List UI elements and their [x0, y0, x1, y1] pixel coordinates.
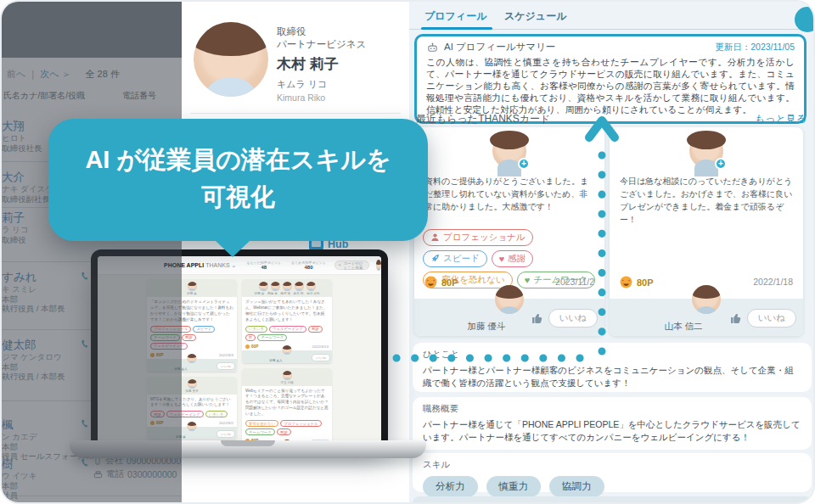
points-value: 80P	[424, 276, 458, 288]
mini-sender-avatars	[244, 282, 330, 291]
mini-thanks-card: 伊藤 葵 高橋 蓮 植村 琳 鈴木 和 渡辺 大翔ダッシュ揃いがとてもきれいでし…	[242, 279, 332, 363]
mini-tag: いきいき	[205, 411, 228, 417]
tab-bar: プロフィール スケジュール	[409, 2, 815, 30]
like-controls: いいね	[730, 309, 796, 328]
points-value: 80P	[620, 276, 654, 288]
add-contact-badge[interactable]: +	[715, 158, 727, 170]
mini-avatar	[306, 282, 316, 291]
banner-tail	[215, 240, 250, 257]
mini-message: ダッシュ揃いがとてもきれいでした！みなさん、Webinarにご参加いただきました…	[242, 297, 332, 326]
next-section-edge	[413, 496, 812, 504]
heart-eyes-emoji	[620, 276, 632, 288]
mini-avatar	[295, 282, 304, 291]
received-points-stat: もらった拍手ポイント 48	[246, 260, 281, 270]
rocket-icon	[430, 254, 440, 265]
mini-sender-names: 伊藤 葵 高橋 蓮 植村 琳 鈴木 和 渡辺 大翔	[244, 292, 330, 295]
hitokoto-box: ひとこと パートナー様とパートナー様顧客のビジネスをコミュニケーションの観点、そ…	[413, 343, 812, 392]
thumbs-up-icon[interactable]	[730, 312, 743, 324]
tab-profile[interactable]: プロフィール	[424, 9, 486, 24]
mini-avatar	[188, 282, 197, 291]
mini-points: 80P	[245, 344, 259, 349]
mini-avatar	[259, 282, 268, 291]
givable-points-stat: おくれる拍手ポイント 480	[291, 260, 326, 270]
thanks-card: +今日は急な相談にのっていただきありがとうございました。おかげさまで、お客様に良…	[610, 127, 803, 336]
mini-like-button: いいね	[216, 430, 235, 438]
employee-directory-pane: 前へ ｜ 次へ ＞ 全 28 件 氏名カナ/部署名/役職 電話番号 大翔ヒロト取…	[2, 2, 182, 504]
person-icon	[430, 232, 440, 244]
like-button[interactable]: いいね	[548, 309, 598, 328]
mini-tag: 感謝	[277, 428, 291, 435]
mini-tag: 感謝	[308, 326, 323, 333]
callout-banner: AI が従業員の潜在スキルを 可視化	[48, 119, 428, 241]
hitokoto-body: パートナー様とパートナー様顧客のビジネスをコミュニケーションの観点、そして企業・…	[423, 364, 801, 389]
divider	[190, 113, 401, 114]
mini-thanks-card: 児玉 沙織Webセミナーのこと振り返ってもよかったです！つまるところ、完璧なテン…	[242, 368, 332, 442]
skill-pill: 慎重力	[486, 476, 542, 497]
mini-avatar	[188, 379, 197, 389]
active-tab-underline	[421, 27, 492, 30]
like-button[interactable]: いいね	[747, 309, 796, 328]
thumbs-up-icon[interactable]	[531, 312, 544, 324]
add-contact-badge[interactable]: +	[518, 158, 530, 170]
mini-tag: 感謝	[182, 334, 196, 341]
heart-eyes-emoji	[424, 276, 437, 288]
mini-message: Webセミナーのこと振り返ってもよかったです！つまるところ、完璧なテンプレートが…	[242, 386, 332, 420]
thanks-date: 2023/11/2	[555, 277, 594, 287]
thanks-section-title: 最近もらったTHANKSカード	[416, 112, 550, 126]
see-more-link[interactable]: もっと見る	[755, 112, 807, 126]
banner-line1: AI が従業員の潜在スキルを	[48, 141, 428, 178]
app-window: 前へ ｜ 次へ ＞ 全 28 件 氏名カナ/部署名/役職 電話番号 大翔ヒロト取…	[0, 0, 815, 504]
profile-romaji: Kimura Riko	[277, 92, 325, 103]
tab-schedule[interactable]: スケジュール	[504, 9, 566, 24]
hitokoto-label: ひとこと	[423, 349, 801, 361]
profile-division: パートナービジネス	[277, 38, 366, 51]
search-icon	[339, 263, 341, 267]
mini-card-header: 児玉 沙織	[242, 368, 332, 386]
mini-tag: 変化を恐れない	[245, 420, 278, 427]
like-controls: いいね	[531, 309, 598, 328]
mini-tag: プロフェッショナル	[280, 420, 321, 427]
skills-box: スキル 分析力慎重力協調力	[413, 453, 812, 492]
skill-pill: 分析力	[423, 476, 478, 497]
corner-accent-circle	[795, 7, 815, 32]
skill-pill: 協調力	[549, 476, 604, 497]
banner-line2: 可視化	[48, 178, 428, 216]
mini-date: 2022/6/2	[219, 421, 233, 425]
mini-receiver-avatar	[188, 354, 197, 363]
ai-summary-title: AI プロフィールサマリー	[444, 41, 710, 53]
mini-tag: チームワーク	[245, 428, 275, 435]
laptop-notch	[221, 440, 275, 446]
mini-like-button: いいね	[312, 354, 330, 361]
mini-tag: スピード	[193, 326, 215, 333]
thanks-tag: スピード	[423, 250, 487, 267]
profile-kana: キムラ リコ	[277, 78, 327, 91]
user-avatar	[376, 260, 381, 271]
profile-photo	[194, 22, 268, 97]
thanks-card-footer: 加藤 優斗いいね	[414, 299, 604, 336]
job-summary-box: 職務概要 パートナー様を通じて「PHONE APPLI PEOPLE」を中心とし…	[413, 397, 812, 450]
heart-icon: ♥	[499, 254, 505, 264]
mini-date: 2022/6/3	[219, 353, 233, 357]
thanks-tag: ♥感謝	[492, 250, 534, 267]
thanks-date: 2022/1/18	[753, 277, 793, 287]
profile-title: 取締役	[277, 25, 306, 38]
job-summary-body: パートナー様を通じて「PHONE APPLI PEOPLE」を中心としたクラウド…	[423, 418, 801, 444]
sender-footer-avatar	[495, 285, 524, 314]
mini-date: 2022/6/13	[312, 344, 329, 349]
mini-receiver-avatar	[283, 345, 292, 355]
mini-tag: 匠	[245, 334, 256, 341]
ai-profile-summary-box: AI プロフィールサマリー 更新日：2023/11/05 この人物は、協調性と慎…	[414, 34, 807, 124]
thanks-card: +資料のご提供ありがとうございました。まだ整理し切れていない資料が多いため、非常…	[414, 127, 604, 336]
mini-avatar	[283, 371, 292, 380]
mini-avatar	[271, 282, 280, 291]
sender-footer-avatar	[692, 285, 721, 314]
dim-overlay	[2, 2, 182, 504]
skills-label: スキル	[423, 459, 801, 471]
thanks-message: 今日は急な相談にのっていただきありがとうございました。おかげさまで、お客様に良い…	[620, 175, 793, 226]
mini-avatar	[283, 282, 292, 291]
sender-avatar: +	[689, 134, 723, 168]
thanks-message: 資料のご提供ありがとうございました。まだ整理し切れていない資料が多いため、非常に…	[424, 175, 594, 213]
thanks-search-input[interactable]: カードやひとこと検索	[334, 260, 369, 270]
mini-tag: いきいき	[245, 326, 267, 333]
mini-tag: チームワーク	[257, 334, 287, 341]
